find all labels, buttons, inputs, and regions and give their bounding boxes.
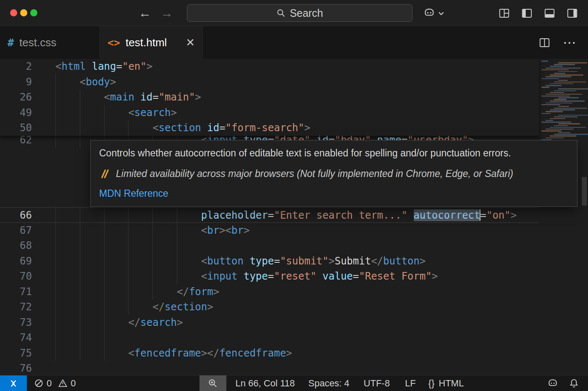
titlebar: ← → Search — [0, 0, 588, 26]
close-tab-icon[interactable]: ✕ — [186, 37, 195, 48]
warning-count: 0 — [71, 378, 76, 389]
split-editor-icon[interactable] — [539, 37, 550, 48]
tab-bar: # test.css <> test.html ✕ ⋯ — [0, 26, 588, 59]
history-nav: ← → — [139, 0, 173, 26]
command-center-search[interactable]: Search — [187, 4, 412, 22]
editor[interactable]: 62 <input type="date" id="bday" name="us… — [0, 59, 588, 375]
back-arrow-icon[interactable]: ← — [139, 7, 151, 19]
encoding[interactable]: UTF-8 — [364, 378, 390, 389]
code-line-68[interactable]: 68 — [0, 238, 539, 254]
problems-indicator[interactable]: 0 0 — [27, 378, 79, 389]
customize-layout-icon[interactable] — [499, 8, 510, 19]
code-line-72[interactable]: 72 </section> — [0, 299, 539, 315]
code-line-69[interactable]: 69 <button type="submit">Submit</button> — [0, 254, 539, 269]
code-line-9[interactable]: 9 <body> — [0, 74, 539, 90]
code-line-73[interactable]: 73 </search> — [0, 315, 539, 330]
zoom-button[interactable] — [200, 375, 226, 391]
window-controls — [10, 9, 37, 16]
html-file-icon: <> — [108, 37, 120, 49]
language-mode[interactable]: {} HTML — [428, 378, 464, 389]
hover-availability: Limited availability across major browse… — [116, 167, 513, 180]
code-line-26[interactable]: 26 <main id="main"> — [0, 90, 539, 105]
editor-actions: ⋯ — [539, 26, 588, 59]
forward-arrow-icon[interactable]: → — [160, 7, 173, 19]
copilot-menu[interactable] — [423, 0, 445, 26]
tab-label: test.html — [126, 36, 167, 49]
hover-description: Controls whether autocorrection of edita… — [99, 146, 569, 160]
tab-label: test.css — [19, 36, 56, 49]
code-line-71[interactable]: 71 </form> — [0, 284, 539, 300]
code-line-76[interactable]: 76 — [0, 361, 539, 375]
code-lines[interactable]: 66 placeholder="Enter search term..." au… — [0, 207, 539, 375]
search-label: Search — [290, 7, 323, 19]
css-file-icon: # — [8, 37, 14, 49]
braces-icon: {} — [428, 378, 435, 389]
code-line-75[interactable]: 75 <fencedframe></fencedframe> — [0, 346, 539, 361]
chevron-down-icon — [438, 10, 445, 17]
sticky-scroll[interactable]: 2<html lang="en">9 <body>26 <main id="ma… — [0, 59, 539, 136]
notifications-bell-icon[interactable] — [569, 378, 579, 388]
code-line-49[interactable]: 49 <search> — [0, 105, 539, 121]
layout-controls — [499, 0, 578, 26]
copilot-status-icon[interactable] — [547, 378, 558, 389]
more-actions-icon[interactable]: ⋯ — [563, 36, 576, 49]
code-line-66[interactable]: 66 placeholder="Enter search term..." au… — [0, 207, 539, 223]
toggle-panel-icon[interactable] — [544, 8, 555, 19]
copilot-icon — [423, 7, 435, 19]
cursor-position[interactable]: Ln 66, Col 118 — [236, 378, 295, 389]
code-line-67[interactable]: 67 <br><br> — [0, 223, 539, 238]
code-line-50[interactable]: 50 <section id="form-search"> — [0, 120, 539, 136]
minimize-window-button[interactable] — [20, 9, 27, 16]
minimap[interactable] — [539, 59, 588, 375]
error-icon — [34, 379, 43, 388]
warning-icon — [58, 379, 67, 388]
baseline-limited-availability-icon — [99, 168, 110, 180]
remote-indicator[interactable] — [0, 375, 27, 391]
scrollbar-slider[interactable] — [582, 177, 587, 206]
close-window-button[interactable] — [10, 9, 17, 16]
indentation-setting[interactable]: Spaces: 4 — [308, 378, 349, 389]
maximize-window-button[interactable] — [30, 9, 37, 16]
remote-icon — [9, 379, 18, 388]
mdn-reference-link[interactable]: MDN Reference — [99, 187, 569, 200]
tab-test-html[interactable]: <> test.html ✕ — [100, 26, 203, 59]
hover-tooltip: Controls whether autocorrection of edita… — [90, 140, 578, 207]
zoom-icon — [208, 378, 218, 388]
code-line-74[interactable]: 74 — [0, 330, 539, 346]
code-line-2[interactable]: 2<html lang="en"> — [0, 59, 539, 74]
tab-test-css[interactable]: # test.css — [0, 26, 100, 59]
search-icon — [276, 8, 286, 18]
error-count: 0 — [47, 378, 52, 389]
status-bar: 0 0 Ln 66, Col 118 Spaces: 4 UTF-8 LF {}… — [0, 375, 588, 391]
toggle-secondary-sidebar-icon[interactable] — [567, 8, 578, 19]
toggle-primary-sidebar-icon[interactable] — [521, 8, 533, 19]
eol-setting[interactable]: LF — [405, 378, 416, 389]
code-line-70[interactable]: 70 <input type="reset" value="Reset Form… — [0, 269, 539, 284]
